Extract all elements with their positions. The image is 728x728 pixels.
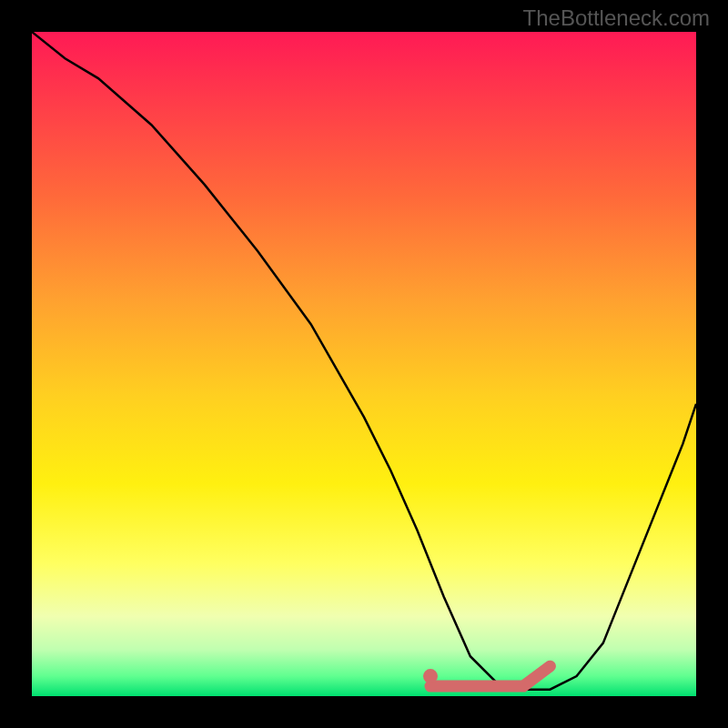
bottleneck-curve — [32, 32, 696, 690]
optimal-point-marker — [423, 669, 438, 683]
bottleneck-chart — [32, 32, 696, 696]
watermark-text: TheBottleneck.com — [523, 5, 710, 31]
